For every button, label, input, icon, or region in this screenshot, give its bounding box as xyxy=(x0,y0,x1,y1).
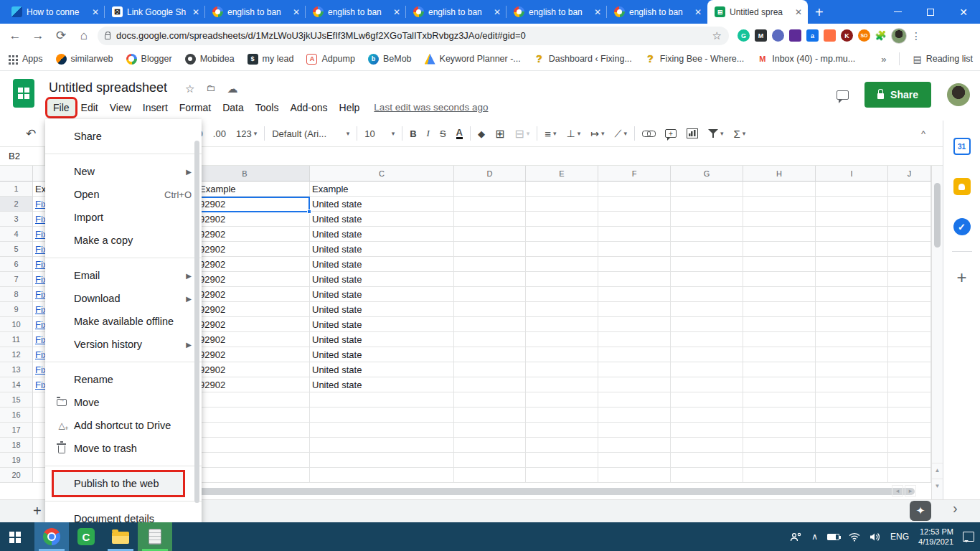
address-bar[interactable]: docs.google.com/spreadsheets/d/1MzLWoU3j… xyxy=(98,27,729,45)
share-button[interactable]: Share xyxy=(864,82,931,108)
bookmark-item[interactable]: similarweb xyxy=(56,54,113,65)
tab-close-icon[interactable]: ✕ xyxy=(291,7,301,17)
menu-data[interactable]: Data xyxy=(217,99,250,116)
file-menu-item-download[interactable]: Download▶ xyxy=(45,287,202,310)
cell-C3[interactable]: United state xyxy=(310,212,454,227)
cell-J5[interactable] xyxy=(888,242,931,257)
menu-file[interactable]: File xyxy=(47,99,75,116)
menu-insert[interactable]: Insert xyxy=(137,99,174,116)
cell-I11[interactable] xyxy=(816,332,888,347)
cell-H3[interactable] xyxy=(743,212,816,227)
cell-H8[interactable] xyxy=(743,287,816,302)
camtasia-taskbar-button[interactable]: C xyxy=(69,522,103,551)
cell-I3[interactable] xyxy=(816,212,888,227)
browser-tab[interactable]: english to ban✕ xyxy=(507,0,607,24)
row-header-9[interactable]: 9 xyxy=(0,302,33,317)
file-menu-item-new[interactable]: New▶ xyxy=(45,160,202,183)
explore-button[interactable]: ✦ xyxy=(910,501,931,521)
cell-J16[interactable] xyxy=(888,408,931,423)
cell-E10[interactable] xyxy=(526,317,598,332)
cell-I6[interactable] xyxy=(816,257,888,272)
cell-J3[interactable] xyxy=(888,212,931,227)
browser-tab[interactable]: english to ban✕ xyxy=(306,0,406,24)
cell-H1[interactable] xyxy=(743,182,816,197)
browser-tab[interactable]: english to ban✕ xyxy=(406,0,507,24)
get-addons-plus-icon[interactable]: + xyxy=(956,268,966,288)
cell-I17[interactable] xyxy=(816,423,888,438)
cell-I4[interactable] xyxy=(816,227,888,242)
row-header-16[interactable]: 16 xyxy=(0,408,33,423)
flame-extension-extension-icon[interactable] xyxy=(824,29,836,42)
browser-tab[interactable]: How to conne✕ xyxy=(4,0,105,24)
maximize-button[interactable] xyxy=(914,0,947,24)
cell-C9[interactable]: United state xyxy=(310,302,454,317)
cell-H6[interactable] xyxy=(743,257,816,272)
move-folder-icon[interactable]: 🗀 xyxy=(206,83,215,95)
cell-D16[interactable] xyxy=(454,408,526,423)
cell-F12[interactable] xyxy=(598,347,671,362)
cell-D1[interactable] xyxy=(454,182,526,197)
functions-sigma-icon[interactable]: Σ▾ xyxy=(733,128,745,140)
side-panel-collapse-chevron[interactable]: › xyxy=(953,500,958,517)
cell-H17[interactable] xyxy=(743,423,816,438)
last-edit-link[interactable]: Last edit was seconds ago xyxy=(374,99,488,116)
cell-C2[interactable]: United state xyxy=(310,197,454,212)
row-header-7[interactable]: 7 xyxy=(0,272,33,287)
cell-F10[interactable] xyxy=(598,317,671,332)
cell-E5[interactable] xyxy=(526,242,598,257)
cell-E20[interactable] xyxy=(526,468,598,483)
row-header-8[interactable]: 8 xyxy=(0,287,33,302)
cell-I20[interactable] xyxy=(816,468,888,483)
cell-J15[interactable] xyxy=(888,392,931,408)
row-header-15[interactable]: 15 xyxy=(0,392,33,408)
cell-C5[interactable]: United state xyxy=(310,242,454,257)
cell-H11[interactable] xyxy=(743,332,816,347)
star-icon[interactable]: ☆ xyxy=(185,83,194,95)
cell-G12[interactable] xyxy=(671,347,743,362)
file-menu-item-email[interactable]: Email▶ xyxy=(45,264,202,287)
file-menu-item-open[interactable]: OpenCtrl+O xyxy=(45,183,202,206)
cell-H20[interactable] xyxy=(743,468,816,483)
file-menu-item-import[interactable]: Import xyxy=(45,206,202,229)
column-header-G[interactable]: G xyxy=(671,166,743,182)
file-menu-item-add-shortcut-to-drive[interactable]: △Add shortcut to Drive xyxy=(45,414,202,437)
bookmark-item[interactable]: ?Dashboard ‹ Fixing... xyxy=(534,54,632,65)
minimize-button[interactable] xyxy=(881,0,914,24)
tab-close-icon[interactable]: ✕ xyxy=(90,7,100,17)
cell-J10[interactable] xyxy=(888,317,931,332)
file-explorer-taskbar-button[interactable] xyxy=(103,522,138,551)
tasks-icon[interactable]: ✓ xyxy=(953,218,971,235)
row-header-2[interactable]: 2 xyxy=(0,197,33,212)
cell-J9[interactable] xyxy=(888,302,931,317)
browser-tab[interactable]: ⊠Link Google Sh✕ xyxy=(105,0,205,24)
cell-E3[interactable] xyxy=(526,212,598,227)
cell-G16[interactable] xyxy=(671,408,743,423)
column-header-C[interactable]: C xyxy=(310,166,454,182)
cell-C18[interactable] xyxy=(310,438,454,453)
bookmark-item[interactable]: Blogger xyxy=(126,54,172,65)
cell-D14[interactable] xyxy=(454,377,526,392)
bookmark-item[interactable]: ?Fixing Bee - Where... xyxy=(645,54,744,65)
menu-format[interactable]: Format xyxy=(174,99,217,116)
cell-F8[interactable] xyxy=(598,287,671,302)
cell-C15[interactable] xyxy=(310,392,454,408)
cell-I5[interactable] xyxy=(816,242,888,257)
cell-F4[interactable] xyxy=(598,227,671,242)
k-extension-extension-icon[interactable]: K xyxy=(841,29,853,42)
cell-F19[interactable] xyxy=(598,453,671,468)
fill-color-icon[interactable]: ◆ xyxy=(478,128,485,139)
cell-D4[interactable] xyxy=(454,227,526,242)
insert-comment-icon[interactable]: + xyxy=(665,129,677,138)
strikethrough-button[interactable]: S xyxy=(440,128,446,139)
bookmark-item[interactable]: AAdpump xyxy=(306,54,355,65)
cell-H7[interactable] xyxy=(743,272,816,287)
cell-E8[interactable] xyxy=(526,287,598,302)
cell-D11[interactable] xyxy=(454,332,526,347)
cell-C20[interactable] xyxy=(310,468,454,483)
scroll-down-icon[interactable]: ▼ xyxy=(932,479,943,493)
cell-C19[interactable] xyxy=(310,453,454,468)
row-header-13[interactable]: 13 xyxy=(0,362,33,377)
text-color-button[interactable]: A xyxy=(456,128,463,139)
url-text[interactable]: docs.google.com/spreadsheets/d/1MzLWoU3j… xyxy=(116,30,707,41)
cell-D18[interactable] xyxy=(454,438,526,453)
